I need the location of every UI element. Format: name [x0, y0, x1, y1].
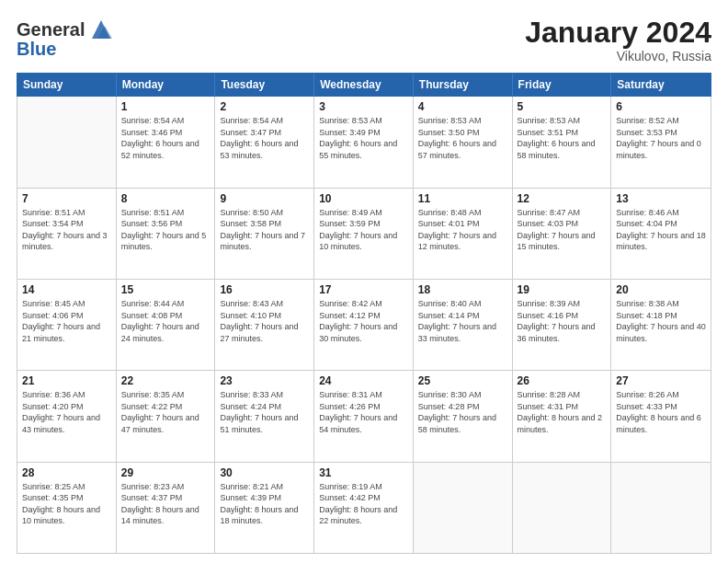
- day-number: 4: [418, 100, 507, 113]
- cal-cell: 19Sunrise: 8:39 AMSunset: 4:16 PMDayligh…: [513, 280, 612, 370]
- day-info: Sunrise: 8:53 AMSunset: 3:49 PMDaylight:…: [319, 115, 408, 161]
- week-row-4: 28Sunrise: 8:25 AMSunset: 4:35 PMDayligh…: [17, 463, 711, 553]
- calendar: SundayMondayTuesdayWednesdayThursdayFrid…: [17, 73, 711, 554]
- day-number: 31: [319, 466, 408, 479]
- day-info: Sunrise: 8:50 AMSunset: 3:58 PMDaylight:…: [220, 207, 309, 253]
- day-info: Sunrise: 8:47 AMSunset: 4:03 PMDaylight:…: [518, 207, 607, 253]
- day-number: 6: [616, 100, 706, 113]
- day-info: Sunrise: 8:44 AMSunset: 4:08 PMDaylight:…: [121, 298, 210, 344]
- cal-cell: 3Sunrise: 8:53 AMSunset: 3:49 PMDaylight…: [314, 97, 414, 187]
- day-info: Sunrise: 8:54 AMSunset: 3:46 PMDaylight:…: [121, 115, 210, 161]
- location: Vikulovo, Russia: [525, 49, 711, 63]
- day-header-friday: Friday: [513, 74, 612, 96]
- day-info: Sunrise: 8:19 AMSunset: 4:42 PMDaylight:…: [319, 481, 408, 527]
- day-number: 28: [22, 466, 111, 479]
- day-info: Sunrise: 8:40 AMSunset: 4:14 PMDaylight:…: [418, 298, 507, 344]
- day-info: Sunrise: 8:49 AMSunset: 3:59 PMDaylight:…: [319, 207, 408, 253]
- day-number: 18: [418, 283, 507, 296]
- day-header-monday: Monday: [117, 74, 216, 96]
- cal-cell: 9Sunrise: 8:50 AMSunset: 3:58 PMDaylight…: [215, 189, 314, 279]
- day-number: 14: [22, 283, 111, 296]
- cal-cell: 8Sunrise: 8:51 AMSunset: 3:56 PMDaylight…: [117, 189, 216, 279]
- month-title: January 2024: [525, 17, 711, 49]
- day-number: 15: [121, 283, 210, 296]
- day-info: Sunrise: 8:36 AMSunset: 4:20 PMDaylight:…: [22, 389, 111, 435]
- cal-cell: 31Sunrise: 8:19 AMSunset: 4:42 PMDayligh…: [314, 463, 414, 553]
- cal-cell: 29Sunrise: 8:23 AMSunset: 4:37 PMDayligh…: [117, 463, 216, 553]
- day-info: Sunrise: 8:39 AMSunset: 4:16 PMDaylight:…: [518, 298, 607, 344]
- cal-cell: 30Sunrise: 8:21 AMSunset: 4:39 PMDayligh…: [215, 463, 314, 553]
- calendar-body: 1Sunrise: 8:54 AMSunset: 3:46 PMDaylight…: [17, 97, 711, 554]
- cal-cell: 2Sunrise: 8:54 AMSunset: 3:47 PMDaylight…: [215, 97, 314, 187]
- day-header-saturday: Saturday: [611, 74, 711, 96]
- logo: General Blue: [17, 17, 114, 59]
- cal-cell: 5Sunrise: 8:53 AMSunset: 3:51 PMDaylight…: [513, 97, 612, 187]
- cal-cell: 15Sunrise: 8:44 AMSunset: 4:08 PMDayligh…: [117, 280, 216, 370]
- day-info: Sunrise: 8:33 AMSunset: 4:24 PMDaylight:…: [220, 389, 309, 435]
- day-number: 12: [518, 192, 607, 205]
- day-info: Sunrise: 8:53 AMSunset: 3:51 PMDaylight:…: [518, 115, 607, 161]
- day-number: 19: [518, 283, 607, 296]
- day-number: 17: [319, 283, 408, 296]
- day-number: 29: [121, 466, 210, 479]
- cal-cell: 18Sunrise: 8:40 AMSunset: 4:14 PMDayligh…: [414, 280, 513, 370]
- cal-cell: 6Sunrise: 8:52 AMSunset: 3:53 PMDaylight…: [611, 97, 711, 187]
- day-header-wednesday: Wednesday: [314, 74, 414, 96]
- cal-cell: 20Sunrise: 8:38 AMSunset: 4:18 PMDayligh…: [611, 280, 711, 370]
- week-row-0: 1Sunrise: 8:54 AMSunset: 3:46 PMDaylight…: [17, 97, 711, 188]
- day-info: Sunrise: 8:38 AMSunset: 4:18 PMDaylight:…: [616, 298, 706, 344]
- day-number: 26: [518, 374, 607, 387]
- day-number: 10: [319, 192, 408, 205]
- day-number: 3: [319, 100, 408, 113]
- cal-cell: 14Sunrise: 8:45 AMSunset: 4:06 PMDayligh…: [17, 280, 117, 370]
- logo-blue: Blue: [17, 39, 56, 59]
- day-number: 1: [121, 100, 210, 113]
- day-number: 20: [616, 283, 706, 296]
- day-number: 21: [22, 374, 111, 387]
- day-info: Sunrise: 8:42 AMSunset: 4:12 PMDaylight:…: [319, 298, 408, 344]
- day-info: Sunrise: 8:53 AMSunset: 3:50 PMDaylight:…: [418, 115, 507, 161]
- day-number: 27: [616, 374, 706, 387]
- cal-cell: 10Sunrise: 8:49 AMSunset: 3:59 PMDayligh…: [314, 189, 414, 279]
- day-number: 7: [22, 192, 111, 205]
- day-info: Sunrise: 8:43 AMSunset: 4:10 PMDaylight:…: [220, 298, 309, 344]
- logo-icon: [88, 17, 114, 42]
- week-row-1: 7Sunrise: 8:51 AMSunset: 3:54 PMDaylight…: [17, 189, 711, 280]
- day-number: 2: [220, 100, 309, 113]
- day-number: 22: [121, 374, 210, 387]
- day-info: Sunrise: 8:51 AMSunset: 3:56 PMDaylight:…: [121, 207, 210, 253]
- day-info: Sunrise: 8:35 AMSunset: 4:22 PMDaylight:…: [121, 389, 210, 435]
- day-info: Sunrise: 8:31 AMSunset: 4:26 PMDaylight:…: [319, 389, 408, 435]
- day-info: Sunrise: 8:21 AMSunset: 4:39 PMDaylight:…: [220, 481, 309, 527]
- cal-cell: 24Sunrise: 8:31 AMSunset: 4:26 PMDayligh…: [314, 371, 414, 461]
- day-number: 23: [220, 374, 309, 387]
- cal-cell: 23Sunrise: 8:33 AMSunset: 4:24 PMDayligh…: [215, 371, 314, 461]
- day-info: Sunrise: 8:28 AMSunset: 4:31 PMDaylight:…: [518, 389, 607, 435]
- day-header-thursday: Thursday: [414, 74, 513, 96]
- cal-cell: 26Sunrise: 8:28 AMSunset: 4:31 PMDayligh…: [513, 371, 612, 461]
- cal-cell: 28Sunrise: 8:25 AMSunset: 4:35 PMDayligh…: [17, 463, 117, 553]
- cal-cell: 11Sunrise: 8:48 AMSunset: 4:01 PMDayligh…: [414, 189, 513, 279]
- cal-cell: 4Sunrise: 8:53 AMSunset: 3:50 PMDaylight…: [414, 97, 513, 187]
- day-number: 25: [418, 374, 507, 387]
- title-block: January 2024 Vikulovo, Russia: [525, 17, 711, 63]
- day-info: Sunrise: 8:30 AMSunset: 4:28 PMDaylight:…: [418, 389, 507, 435]
- day-info: Sunrise: 8:51 AMSunset: 3:54 PMDaylight:…: [22, 207, 111, 253]
- day-number: 8: [121, 192, 210, 205]
- day-info: Sunrise: 8:45 AMSunset: 4:06 PMDaylight:…: [22, 298, 111, 344]
- day-number: 30: [220, 466, 309, 479]
- day-number: 13: [616, 192, 706, 205]
- day-info: Sunrise: 8:23 AMSunset: 4:37 PMDaylight:…: [121, 481, 210, 527]
- calendar-header: SundayMondayTuesdayWednesdayThursdayFrid…: [17, 73, 711, 97]
- cal-cell: 17Sunrise: 8:42 AMSunset: 4:12 PMDayligh…: [314, 280, 414, 370]
- header: General Blue January 2024 Vikulovo, Russ…: [17, 17, 711, 63]
- cal-cell: 21Sunrise: 8:36 AMSunset: 4:20 PMDayligh…: [17, 371, 117, 461]
- cal-cell: 12Sunrise: 8:47 AMSunset: 4:03 PMDayligh…: [513, 189, 612, 279]
- cal-cell: 7Sunrise: 8:51 AMSunset: 3:54 PMDaylight…: [17, 189, 117, 279]
- cal-cell: 13Sunrise: 8:46 AMSunset: 4:04 PMDayligh…: [611, 189, 711, 279]
- day-info: Sunrise: 8:25 AMSunset: 4:35 PMDaylight:…: [22, 481, 111, 527]
- day-info: Sunrise: 8:48 AMSunset: 4:01 PMDaylight:…: [418, 207, 507, 253]
- day-number: 16: [220, 283, 309, 296]
- day-header-tuesday: Tuesday: [215, 74, 314, 96]
- cal-cell: 25Sunrise: 8:30 AMSunset: 4:28 PMDayligh…: [414, 371, 513, 461]
